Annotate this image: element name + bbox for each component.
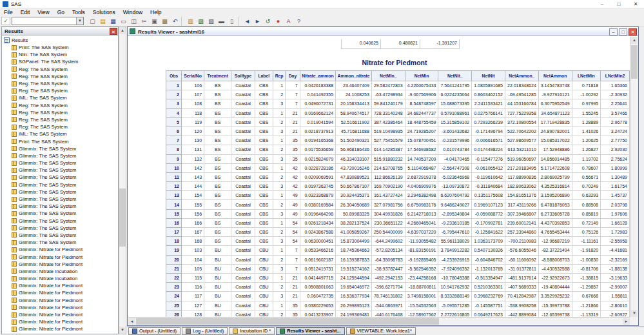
scrollbar-thumb[interactable] xyxy=(136,318,439,325)
results-tree-item[interactable]: IML: The SAS System xyxy=(2,130,118,137)
command-combobox[interactable]: ▼ xyxy=(12,17,84,25)
scroll-up-icon[interactable]: ▲ xyxy=(631,37,638,44)
results-tree-root[interactable]: Results xyxy=(2,37,118,44)
results-tree-item[interactable]: Glimmix: Nitrate for Piedmont xyxy=(2,289,118,296)
results-tree-item[interactable]: Glimmix: The SAS System xyxy=(2,152,118,159)
table-cell: 0.0413233907 xyxy=(300,310,336,317)
back-icon[interactable]: ◄ xyxy=(242,17,252,26)
results-tree-item[interactable]: Print: The SAS System xyxy=(2,44,118,51)
scrollbar-thumb[interactable] xyxy=(631,45,638,79)
results-tree-item[interactable]: Glimmix: Nitrate for Piedmont xyxy=(2,311,118,318)
close-icon[interactable]: ✕ xyxy=(110,28,117,35)
refresh-icon[interactable]: ↺ xyxy=(263,17,273,26)
window-tab[interactable]: VIEWTABLE: Work.Idea1* xyxy=(346,327,416,335)
fontlock-icon[interactable]: A xyxy=(284,17,293,26)
menu-item-edit[interactable]: Edit xyxy=(17,8,34,16)
results-tree-item[interactable]: Glimmix: The SAS System xyxy=(2,218,118,225)
viewer-titlebar[interactable]: Results Viewer - sashtml16 – □ ✕ xyxy=(128,27,638,36)
scroll-left-icon[interactable]: ◄ xyxy=(128,318,135,325)
results-tree-item[interactable]: Glimmix: Nitrate for Piedmont xyxy=(2,253,118,260)
output-window-icon[interactable]: ▨ xyxy=(206,17,216,26)
results-tree-item[interactable]: Glimmix: The SAS System xyxy=(2,203,118,210)
command-check-icon[interactable]: ✓ xyxy=(1,17,10,25)
scroll-right-icon[interactable]: ► xyxy=(623,318,630,325)
results-tree-item[interactable]: Glimmix: Nitrate for Piedmont xyxy=(2,246,118,253)
save-icon[interactable]: ▦ xyxy=(108,17,118,26)
menu-item-go[interactable]: Go xyxy=(54,8,68,16)
editor-window-icon[interactable]: ▯ xyxy=(227,17,237,26)
paste-icon[interactable]: ▩ xyxy=(160,17,170,26)
help-icon[interactable]: ? xyxy=(294,17,304,26)
results-tree-item[interactable]: Glimmix: Nitrate for Piedmont xyxy=(2,318,118,325)
results-tree-item[interactable]: Reg: The SAS System xyxy=(2,109,118,116)
maximize-icon[interactable]: □ xyxy=(619,28,627,36)
results-tree-item[interactable]: Glimmix: The SAS System xyxy=(2,239,118,246)
copy-icon[interactable]: ▣ xyxy=(150,17,159,26)
results-tree-item[interactable]: IML: The SAS System xyxy=(2,94,118,101)
results-tree-item[interactable]: Glimmix: The SAS System xyxy=(2,196,118,203)
print-preview-icon[interactable]: ◫ xyxy=(129,17,139,26)
results-tree-item[interactable]: Glimmix: The SAS System xyxy=(2,225,118,232)
results-tree-item[interactable]: Glimmix: The SAS System xyxy=(2,188,118,196)
cut-icon[interactable]: ✂ xyxy=(139,17,149,26)
results-tree-item[interactable]: Reg: The SAS System xyxy=(2,87,118,94)
viewer-vertical-scrollbar[interactable]: ▲ ▼ xyxy=(630,37,638,317)
results-tree-item[interactable]: Glimmix: The SAS System xyxy=(2,232,118,239)
results-tree-item[interactable]: Glimmix: The SAS System xyxy=(2,181,118,188)
minimize-icon[interactable]: – xyxy=(609,28,618,36)
explorer-icon[interactable]: ▧ xyxy=(196,17,206,26)
new-file-icon[interactable]: ▢ xyxy=(88,17,97,26)
open-folder-icon[interactable]: ▤ xyxy=(98,17,108,26)
menu-item-window[interactable]: Window xyxy=(119,8,146,16)
close-icon[interactable]: ✕ xyxy=(629,28,637,36)
results-tree-item[interactable]: Glimmix: The SAS System xyxy=(2,174,118,181)
results-tree-item[interactable]: Reg: The SAS System xyxy=(2,116,118,123)
menu-item-file[interactable]: File xyxy=(0,8,17,16)
stop-icon[interactable]: ● xyxy=(273,17,283,26)
results-tree-item[interactable]: Reg: The SAS System xyxy=(2,73,118,80)
menu-item-solutions[interactable]: Solutions xyxy=(89,8,119,16)
results-tree-item[interactable]: Glimmix: The SAS System xyxy=(2,210,118,217)
results-tree-item[interactable]: Glimmix: Nitrate for Piedmont xyxy=(2,261,118,268)
window-tab[interactable]: Log - (Untitled) xyxy=(182,327,228,335)
results-tree-item[interactable]: Glimmix: The SAS System xyxy=(2,167,118,174)
results-tree-item[interactable]: Glimmix: Nitrate Incubation xyxy=(2,275,118,282)
results-tree-item[interactable]: Glimmix: Nitrate for Piedmont xyxy=(2,282,118,289)
undo-icon[interactable]: ↶ xyxy=(170,17,180,26)
results-item-label: Reg: The SAS System xyxy=(19,74,68,79)
window-tab[interactable]: Incubation ID * xyxy=(229,327,275,335)
results-tree-item[interactable]: Glimmix: Nitrate for Piedmont xyxy=(2,325,118,332)
print-icon[interactable]: ▭ xyxy=(119,17,128,26)
results-tree-item[interactable]: Print: The SAS System xyxy=(2,137,118,145)
results-tree-item[interactable]: Glimmix: Nitrate for Piedmont xyxy=(2,297,118,304)
results-tree-item[interactable]: Reg: The SAS System xyxy=(2,80,118,87)
close-icon[interactable]: ✕ xyxy=(627,0,644,8)
sidebar-scrollbar[interactable]: ▲ ▼ xyxy=(119,26,126,334)
scroll-down-icon[interactable]: ▼ xyxy=(631,310,638,317)
menu-item-help[interactable]: Help xyxy=(146,8,165,16)
results-tree-item[interactable]: Reg: The SAS System xyxy=(2,102,118,109)
results-tree-item[interactable]: SGPanel: The SAS System xyxy=(2,58,118,65)
scroll-up-icon[interactable]: ▲ xyxy=(119,27,126,34)
viewer-horizontal-scrollbar[interactable]: ◄ ► xyxy=(128,317,630,325)
scroll-down-icon[interactable]: ▼ xyxy=(119,327,126,334)
log-window-icon[interactable]: ▬ xyxy=(217,17,226,26)
chevron-down-icon[interactable]: ▼ xyxy=(76,17,83,25)
results-tree-item[interactable]: Reg: The SAS System xyxy=(2,123,118,130)
scrollbar-thumb[interactable] xyxy=(119,188,126,247)
minimize-icon[interactable]: – xyxy=(594,0,610,8)
maximize-icon[interactable]: □ xyxy=(610,0,627,8)
menu-item-tools[interactable]: Tools xyxy=(68,8,89,16)
results-tree-item[interactable]: Glimmix: The SAS System xyxy=(2,145,118,152)
window-tab[interactable]: Output - (Untitled) xyxy=(128,327,181,335)
results-tree-item[interactable]: Glimmix: The SAS System xyxy=(2,159,118,167)
results-tree-item[interactable]: Nlin: The SAS System xyxy=(2,51,118,58)
results-tree-item[interactable]: Glimmix: Nitrate for Piedmont xyxy=(2,304,118,311)
new-library-icon[interactable]: ▥ xyxy=(186,17,195,26)
forward-icon[interactable]: ► xyxy=(253,17,262,26)
window-tab[interactable]: Results Viewer - sasht... xyxy=(276,327,344,335)
menu-item-view[interactable]: View xyxy=(34,8,53,16)
results-tree-item[interactable]: Reg: The SAS System xyxy=(2,66,118,73)
command-input[interactable] xyxy=(12,17,77,25)
results-tree-item[interactable]: Glimmix: Nitrate Incubation xyxy=(2,268,118,275)
